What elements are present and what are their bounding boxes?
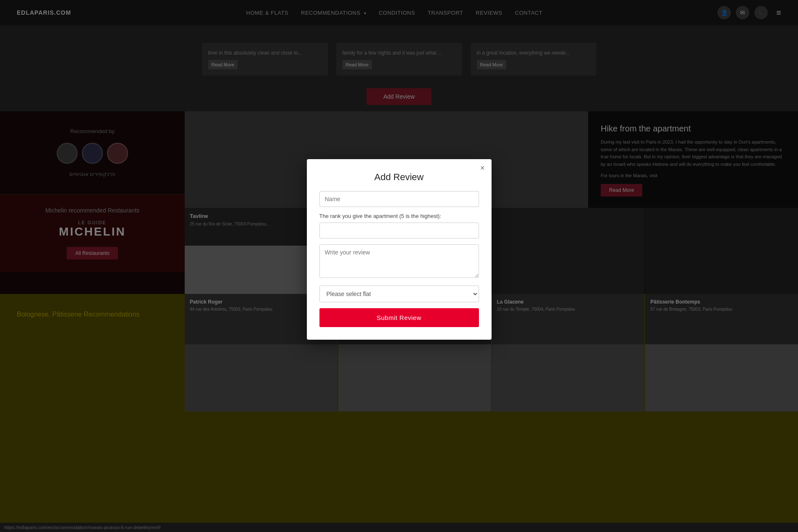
submit-review-button[interactable]: Submit Review	[319, 308, 479, 327]
name-input[interactable]	[319, 191, 479, 207]
modal-overlay: × Add Review The rank you give the apart…	[0, 0, 798, 532]
review-textarea[interactable]	[319, 244, 479, 278]
modal-close-button[interactable]: ×	[480, 164, 485, 172]
rank-label: The rank you give the apartment (5 is th…	[319, 213, 479, 219]
add-review-modal: × Add Review The rank you give the apart…	[307, 159, 492, 340]
modal-title: Add Review	[319, 172, 479, 183]
flat-select[interactable]: Please select flat	[319, 286, 479, 302]
rank-input[interactable]: 5	[319, 223, 479, 238]
